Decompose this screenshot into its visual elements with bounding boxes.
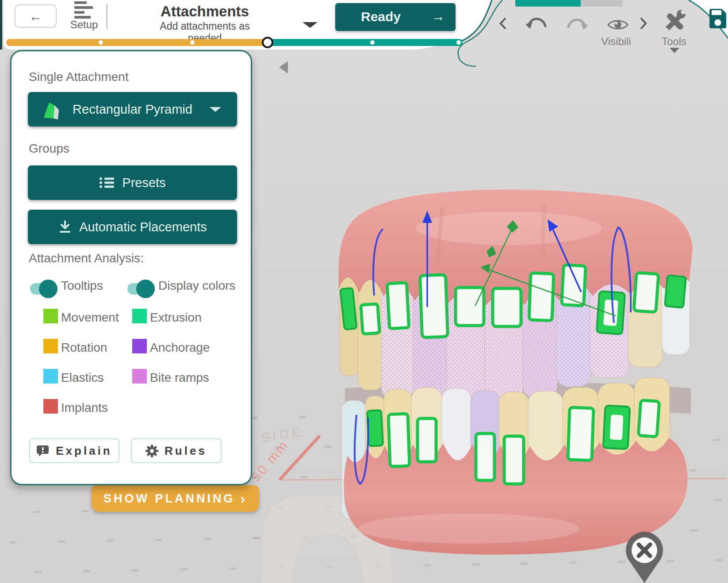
legend-label-movement: Movement bbox=[61, 311, 119, 325]
setup-list-icon bbox=[74, 1, 94, 18]
step-title-block: Attachments Add attachments as needed bbox=[143, 4, 267, 44]
presets-label: Presets bbox=[122, 176, 165, 190]
show-planning-label: SHOW PLANNING bbox=[103, 492, 235, 506]
setup-label: Setup bbox=[70, 19, 98, 31]
download-icon bbox=[58, 220, 72, 234]
redo-icon[interactable] bbox=[566, 17, 589, 33]
header-divider bbox=[106, 4, 107, 29]
ready-arrow-icon: → bbox=[432, 9, 445, 24]
tooltips-toggle-knob bbox=[39, 280, 57, 298]
single-attachment-label: Single Attachment bbox=[29, 70, 129, 84]
legend-swatch-rotation bbox=[43, 339, 58, 353]
undo-icon[interactable] bbox=[525, 16, 548, 32]
ready-button[interactable]: Ready → bbox=[335, 3, 456, 31]
progress-handle[interactable] bbox=[262, 37, 273, 48]
legend-swatch-movement bbox=[43, 309, 58, 323]
explain-label: Explain bbox=[56, 444, 112, 458]
attachments-panel: Single Attachment Rectangular Pyramid Gr… bbox=[10, 50, 252, 485]
explain-button[interactable]: Explain bbox=[29, 438, 119, 463]
legend-swatch-implants bbox=[43, 399, 58, 414]
attachment-type-dropdown[interactable]: Rectangular Pyramid bbox=[28, 92, 237, 127]
save-icon[interactable] bbox=[708, 7, 728, 30]
display-colors-toggle-knob bbox=[136, 280, 155, 298]
visibility-eye-icon[interactable] bbox=[607, 18, 629, 32]
legend-swatch-elastics bbox=[43, 369, 58, 384]
display-colors-toggle-label: Display colors bbox=[158, 279, 235, 293]
progress-step-dot bbox=[370, 40, 375, 45]
rules-label: Rules bbox=[165, 444, 207, 458]
automatic-placements-label: Automatic Placements bbox=[79, 220, 207, 234]
chevron-right-icon: › bbox=[240, 491, 247, 507]
display-colors-toggle[interactable] bbox=[127, 283, 151, 295]
attachment-analysis-label: Attachment Analysis: bbox=[29, 251, 144, 265]
progress-bar-remaining bbox=[268, 39, 463, 46]
automatic-placements-button[interactable]: Automatic Placements bbox=[28, 210, 237, 244]
setup-menu-button[interactable]: Setup bbox=[66, 1, 102, 33]
legend-swatch-anchorage bbox=[132, 339, 147, 353]
pyramid-attachment-icon bbox=[39, 98, 62, 121]
page-title: Attachments bbox=[143, 4, 267, 19]
presets-button[interactable]: Presets bbox=[28, 165, 237, 200]
tools-label: Tools bbox=[656, 35, 692, 48]
progress-step-dot bbox=[99, 40, 103, 45]
tooltips-toggle[interactable] bbox=[30, 283, 54, 295]
legend-swatch-bite-ramps bbox=[132, 369, 147, 384]
legend-label-implants: Implants bbox=[61, 401, 108, 415]
attachment-type-value: Rectangular Pyramid bbox=[73, 102, 192, 117]
legend-label-extrusion: Extrusion bbox=[150, 311, 202, 325]
nav-previous-icon[interactable] bbox=[499, 17, 507, 30]
panel-collapse-icon[interactable] bbox=[279, 61, 288, 73]
legend-label-bite-ramps: Bite ramps bbox=[150, 371, 209, 385]
groups-label: Groups bbox=[29, 142, 69, 156]
list-icon bbox=[99, 176, 115, 189]
legend-swatch-extrusion bbox=[132, 309, 147, 323]
legend-label-elastics: Elastics bbox=[61, 371, 103, 385]
close-pin[interactable] bbox=[622, 527, 667, 583]
mini-progress-bar bbox=[515, 0, 623, 7]
tools-caret-icon[interactable] bbox=[670, 48, 679, 53]
progress-step-dot bbox=[456, 40, 461, 45]
rules-button[interactable]: Rules bbox=[131, 438, 222, 463]
dropdown-caret-icon bbox=[210, 107, 221, 112]
ready-label: Ready bbox=[335, 9, 426, 24]
app-window: 62 mm 50 mm SIDE bbox=[0, 0, 728, 583]
legend-label-rotation: Rotation bbox=[61, 341, 107, 355]
back-button[interactable]: ← bbox=[15, 4, 57, 28]
tools-icon[interactable] bbox=[661, 9, 687, 36]
tooltips-toggle-label: Tooltips bbox=[61, 279, 103, 293]
nav-next-icon[interactable] bbox=[640, 17, 648, 30]
explain-bubble-icon bbox=[36, 445, 50, 457]
visibility-label: Visibili bbox=[593, 35, 640, 48]
jaw-model bbox=[338, 190, 693, 555]
legend-label-anchorage: Anchorage bbox=[150, 341, 210, 355]
show-planning-button[interactable]: SHOW PLANNING › bbox=[92, 485, 259, 512]
step-dropdown-caret-icon[interactable] bbox=[303, 22, 318, 28]
progress-bar-completed bbox=[6, 39, 268, 46]
progress-step-dot bbox=[190, 40, 195, 45]
back-arrow-icon: ← bbox=[29, 9, 42, 24]
gear-icon bbox=[146, 445, 158, 457]
